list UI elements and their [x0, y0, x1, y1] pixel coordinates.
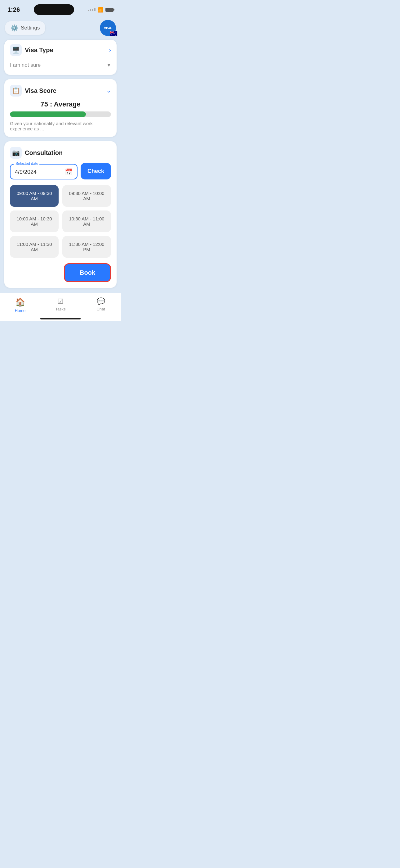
time-slot-0[interactable]: 09:00 AM - 09:30 AM: [10, 185, 59, 207]
settings-label: Settings: [21, 25, 40, 31]
nav-label-tasks: Tasks: [55, 307, 65, 311]
book-button[interactable]: Book: [64, 263, 111, 282]
nav-item-home[interactable]: 🏠 Home: [8, 298, 33, 313]
date-field[interactable]: Selected date 4/9/2024 📅: [10, 164, 77, 180]
time-slot-1[interactable]: 09:30 AM - 10:00 AM: [62, 185, 111, 207]
scroll-content: 🖥️ Visa Type › I am not sure ▼ 📋 Visa Sc…: [0, 40, 121, 288]
consultation-content: Selected date 4/9/2024 📅 Check 09:00 AM …: [10, 163, 111, 282]
home-pill: [40, 318, 80, 319]
nav-item-chat[interactable]: 💬 Chat: [88, 298, 113, 311]
calendar-icon: 📅: [65, 168, 72, 176]
time-slot-5[interactable]: 11:30 AM - 12:00 PM: [62, 236, 111, 258]
visa-type-title: Visa Type: [25, 46, 106, 54]
status-time: 1:26: [7, 6, 20, 13]
consultation-header: 📷 Consultation: [10, 147, 111, 159]
consultation-card: 📷 Consultation Selected date 4/9/2024 📅 …: [4, 141, 116, 288]
visa-type-icon: 🖥️: [10, 44, 22, 56]
status-icons: 📶: [88, 7, 113, 13]
time-slot-3[interactable]: 10:30 AM - 11:00 AM: [62, 211, 111, 232]
home-icon: 🏠: [15, 298, 25, 307]
chevron-icon: ›: [109, 47, 111, 53]
progress-bar-fill: [10, 112, 86, 117]
chat-icon: 💬: [97, 298, 105, 306]
signal-icon: [88, 8, 96, 11]
visa-logo: VISA.: [100, 20, 116, 36]
time-slots-grid: 09:00 AM - 09:30 AM 09:30 AM - 10:00 AM …: [10, 185, 111, 258]
visa-score-description: Given your nationality and relevant work…: [10, 121, 111, 131]
dropdown-arrow-icon: ▼: [107, 63, 111, 68]
time-slot-2[interactable]: 10:00 AM - 10:30 AM: [10, 211, 59, 232]
date-value: 4/9/2024: [15, 169, 37, 176]
visa-score-icon: 📋: [10, 85, 22, 97]
tasks-icon: ☑: [57, 298, 64, 306]
visa-score-title: Visa Score: [25, 87, 103, 94]
nav-item-tasks[interactable]: ☑ Tasks: [48, 298, 73, 311]
date-label: Selected date: [14, 161, 39, 166]
status-bar: 1:26 📶: [0, 0, 121, 18]
visa-type-dropdown[interactable]: I am not sure ▼: [10, 58, 111, 69]
nav-label-chat: Chat: [96, 307, 105, 311]
visa-type-header: 🖥️ Visa Type ›: [10, 44, 111, 56]
visa-type-placeholder: I am not sure: [10, 62, 41, 68]
check-button[interactable]: Check: [80, 163, 111, 180]
visa-score-value: 75 : Average: [10, 100, 111, 108]
settings-button[interactable]: ⚙️ Settings: [5, 21, 45, 35]
camera-pill: [34, 4, 74, 15]
visa-score-chevron[interactable]: ⌄: [106, 87, 111, 94]
consultation-title: Consultation: [25, 149, 111, 156]
date-row: Selected date 4/9/2024 📅 Check: [10, 163, 111, 180]
book-row: Book: [10, 263, 111, 282]
progress-bar: [10, 112, 111, 117]
visa-type-card: 🖥️ Visa Type › I am not sure ▼: [4, 40, 116, 75]
gear-icon: ⚙️: [10, 24, 18, 32]
visa-logo-text: VISA.: [104, 26, 112, 30]
bottom-nav: 🏠 Home ☑ Tasks 💬 Chat: [0, 293, 121, 315]
visa-score-header: 📋 Visa Score ⌄: [10, 85, 111, 97]
nav-label-home: Home: [15, 308, 26, 313]
home-indicator: [0, 315, 121, 321]
consultation-icon: 📷: [10, 147, 22, 159]
wifi-icon: 📶: [97, 7, 104, 13]
battery-icon: [105, 8, 113, 12]
time-slot-4[interactable]: 11:00 AM - 11:30 AM: [10, 236, 59, 258]
visa-score-card: 📋 Visa Score ⌄ 75 : Average Given your n…: [4, 79, 116, 137]
top-bar: ⚙️ Settings VISA.: [0, 18, 121, 40]
